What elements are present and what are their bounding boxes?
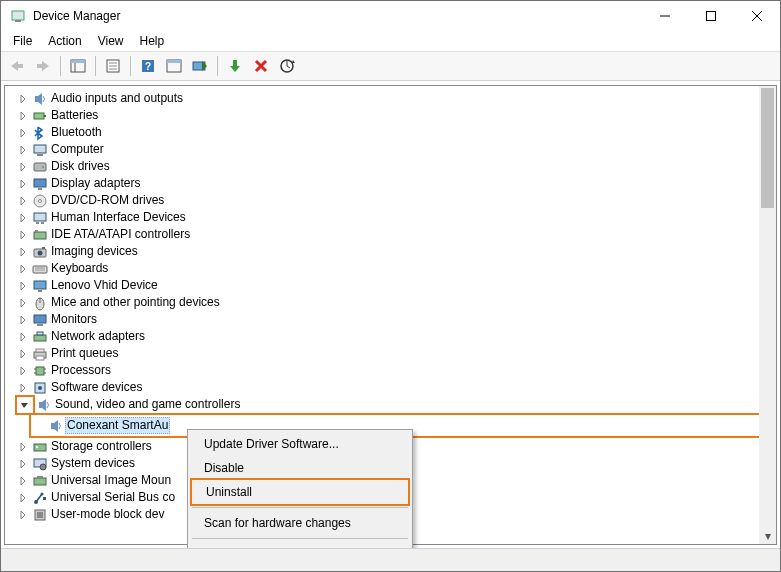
- battery-icon: [31, 108, 49, 124]
- chevron-right-icon[interactable]: [15, 142, 31, 158]
- svg-rect-77: [37, 512, 43, 518]
- update-driver-button[interactable]: [188, 54, 212, 78]
- chevron-right-icon[interactable]: [15, 159, 31, 175]
- help-button[interactable]: ?: [136, 54, 160, 78]
- tree-item[interactable]: DVD/CD-ROM drives: [15, 192, 776, 209]
- minimize-button[interactable]: [642, 1, 688, 31]
- enable-button[interactable]: [223, 54, 247, 78]
- svg-rect-18: [167, 60, 181, 63]
- device-manager-window: Device Manager File Action View Help ?: [0, 0, 781, 572]
- tree-item-label: Display adapters: [49, 176, 142, 191]
- tree-item[interactable]: Software devices: [15, 379, 776, 396]
- close-button[interactable]: [734, 1, 780, 31]
- tree-item[interactable]: Network adapters: [15, 328, 776, 345]
- tree-item[interactable]: Lenovo Vhid Device: [15, 277, 776, 294]
- context-menu-item[interactable]: Update Driver Software...: [190, 432, 410, 456]
- menu-help[interactable]: Help: [134, 32, 171, 50]
- back-button[interactable]: [5, 54, 29, 78]
- tree-item[interactable]: Computer: [15, 141, 776, 158]
- svg-rect-37: [41, 222, 44, 224]
- svg-rect-50: [34, 315, 46, 323]
- tree-item[interactable]: Display adapters: [15, 175, 776, 192]
- tree-item-label: Disk drives: [49, 159, 112, 174]
- svg-rect-66: [34, 444, 46, 451]
- chevron-right-icon[interactable]: [15, 125, 31, 141]
- maximize-button[interactable]: [688, 1, 734, 31]
- tree-item[interactable]: Imaging devices: [15, 243, 776, 260]
- svg-rect-1: [15, 20, 21, 22]
- chevron-right-icon[interactable]: [15, 176, 31, 192]
- chevron-down-icon[interactable]: [15, 395, 35, 415]
- context-menu-item[interactable]: Disable: [190, 456, 410, 480]
- chevron-right-icon[interactable]: [15, 91, 31, 107]
- show-hide-tree-button[interactable]: [66, 54, 90, 78]
- toolbar: ?: [1, 51, 780, 81]
- chevron-right-icon[interactable]: [15, 490, 31, 506]
- chevron-right-icon[interactable]: [15, 278, 31, 294]
- vertical-scrollbar[interactable]: ▴ ▾: [759, 86, 776, 544]
- svg-rect-6: [17, 64, 23, 68]
- chevron-right-icon[interactable]: [15, 439, 31, 455]
- tree-item[interactable]: Sound, video and game controllers: [15, 396, 776, 413]
- context-menu: Update Driver Software...DisableUninstal…: [187, 429, 413, 548]
- tree-item[interactable]: IDE ATA/ATAPI controllers: [15, 226, 776, 243]
- speaker-icon: [35, 397, 53, 413]
- scroll-thumb[interactable]: [761, 88, 774, 208]
- svg-rect-71: [37, 476, 43, 478]
- svg-rect-55: [36, 349, 44, 352]
- tree-item[interactable]: Print queues: [15, 345, 776, 362]
- context-menu-item[interactable]: Uninstall: [192, 480, 408, 504]
- tree-item-label: Storage controllers: [49, 439, 154, 454]
- disk-icon: [31, 159, 49, 175]
- chevron-right-icon[interactable]: [15, 210, 31, 226]
- tree-item[interactable]: Human Interface Devices: [15, 209, 776, 226]
- tree-item[interactable]: Bluetooth: [15, 124, 776, 141]
- tree-item-label: User-mode block dev: [49, 507, 166, 522]
- tree-item-label: Lenovo Vhid Device: [49, 278, 160, 293]
- chevron-right-icon[interactable]: [15, 295, 31, 311]
- tree-item[interactable]: Disk drives: [15, 158, 776, 175]
- menu-view[interactable]: View: [92, 32, 130, 50]
- menu-separator: [192, 538, 408, 539]
- chevron-right-icon[interactable]: [15, 329, 31, 345]
- tree-item[interactable]: Processors: [15, 362, 776, 379]
- tree-item-label: Network adapters: [49, 329, 147, 344]
- svg-rect-27: [34, 145, 46, 153]
- tree-item[interactable]: Keyboards: [15, 260, 776, 277]
- tree-item[interactable]: Monitors: [15, 311, 776, 328]
- chevron-right-icon[interactable]: [15, 363, 31, 379]
- context-menu-item[interactable]: Scan for hardware changes: [190, 511, 410, 535]
- chevron-right-icon[interactable]: [15, 312, 31, 328]
- chevron-right-icon[interactable]: [15, 227, 31, 243]
- network-icon: [31, 329, 49, 345]
- properties-button[interactable]: [101, 54, 125, 78]
- menu-separator: [192, 507, 408, 508]
- chevron-right-icon[interactable]: [15, 346, 31, 362]
- tree-item[interactable]: Batteries: [15, 107, 776, 124]
- chevron-right-icon[interactable]: [15, 473, 31, 489]
- chevron-right-icon[interactable]: [15, 456, 31, 472]
- chevron-right-icon[interactable]: [15, 244, 31, 260]
- cpu-icon: [31, 363, 49, 379]
- chevron-right-icon[interactable]: [15, 380, 31, 396]
- chevron-right-icon[interactable]: [15, 507, 31, 523]
- uninstall-button[interactable]: [249, 54, 273, 78]
- svg-rect-51: [37, 324, 43, 326]
- menu-file[interactable]: File: [7, 32, 38, 50]
- svg-rect-46: [34, 281, 46, 289]
- forward-button[interactable]: [31, 54, 55, 78]
- chevron-right-icon[interactable]: [15, 261, 31, 277]
- svg-rect-3: [707, 12, 716, 21]
- scroll-down-arrow[interactable]: ▾: [759, 527, 776, 544]
- mouse-icon: [31, 295, 49, 311]
- svg-point-63: [38, 386, 42, 390]
- context-menu-item[interactable]: Properties: [190, 542, 410, 548]
- chevron-right-icon[interactable]: [15, 193, 31, 209]
- tree-item[interactable]: Mice and other pointing devices: [15, 294, 776, 311]
- chevron-right-icon[interactable]: [15, 108, 31, 124]
- menu-action[interactable]: Action: [42, 32, 87, 50]
- action-button[interactable]: [162, 54, 186, 78]
- scan-hardware-button[interactable]: [275, 54, 299, 78]
- svg-rect-26: [44, 115, 46, 117]
- tree-item[interactable]: Audio inputs and outputs: [15, 90, 776, 107]
